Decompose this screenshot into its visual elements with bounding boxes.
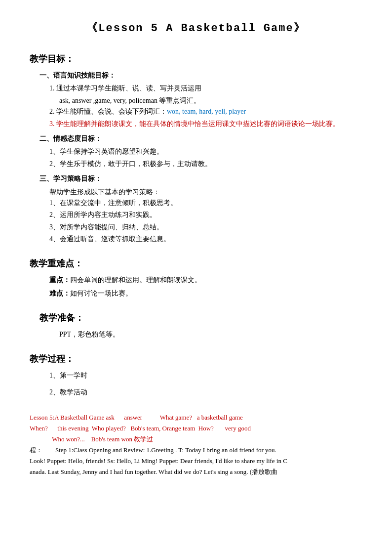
bottom-line-3: Who won?... Bob's team won 教学过 [30, 434, 362, 445]
nandian-label: 难点： [49, 290, 70, 297]
sub-heading-1: 一、语言知识技能目标： [39, 70, 362, 81]
zhongdian-label: 重点： [49, 276, 70, 284]
teaching-goals-section: 教学目标： 一、语言知识技能目标： 1. 通过本课学习学生能听、说、读、写并灵活… [30, 52, 362, 245]
bottom-line-5: Look! Puppet: Hello, friends! Ss: Hello,… [30, 456, 362, 467]
bottom-line-1: Lesson 5:A Basketball Game ask answer Wh… [30, 412, 362, 423]
teaching-goals-heading: 教学目标： [30, 52, 362, 66]
sub-heading-2: 二、情感态度目标： [39, 133, 362, 144]
sub-section-2: 二、情感态度目标： 1、学生保持学习英语的愿望和兴趣。 2、学生乐于模仿，敢于开… [30, 133, 362, 170]
goal-1-text: 通过本课学习学生能听、说、读、写并灵活运用 [56, 85, 201, 92]
goal-3-num: 3. [49, 120, 55, 128]
goal-1-num: 1. [49, 85, 55, 92]
process-item-1: 1、第一学时 [49, 370, 362, 381]
goal-item-1b: ask, answer ,game, very, policeman 等重点词汇… [59, 95, 362, 106]
bottom-line-2: When? this evening Who played? Bob's tea… [30, 423, 362, 434]
strategy-item-1: 1、在课堂交流中，注意倾听，积极思考。 [49, 198, 362, 209]
key-points-heading: 教学重难点： [30, 256, 362, 271]
bottom-section: Lesson 5:A Basketball Game ask answer Wh… [30, 412, 362, 478]
strategy-intro: 帮助学生形成以下基本的学习策略： [49, 187, 362, 198]
preparation-heading: 教学准备： [39, 311, 362, 325]
attitude-item-2: 2、学生乐于模仿，敢于开口，积极参与，主动请教。 [49, 159, 362, 170]
process-heading: 教学过程： [30, 352, 362, 366]
goal-item-2: 2. 学生能听懂、会说、会读下列词汇：won, team, hard, yell… [49, 106, 362, 117]
goal-2-text-blue: won, team, hard, yell, player [167, 108, 246, 115]
goal-item-3: 3. 学生能理解并能朗读课文，能在具体的情境中恰当运用课文中描述比赛的词语谈论一… [49, 119, 362, 129]
attitude-item-1: 1、学生保持学习英语的愿望和兴趣。 [49, 146, 362, 157]
strategy-item-4: 4、会通过听音、巡读等抓取主要信息。 [49, 234, 362, 245]
zhongdian: 重点：四会单词的理解和运用。理解和朗读课文。 [49, 275, 362, 286]
nandian: 难点：如何讨论一场比赛。 [49, 288, 362, 299]
page-title: 《Lesson 5 A Basketball Game》 [30, 20, 362, 37]
sub-heading-3: 三、学习策略目标： [39, 173, 362, 184]
process-section: 教学过程： 1、第一学时 2、教学活动 [30, 352, 362, 398]
goal-item-1: 1. 通过本课学习学生能听、说、读、写并灵活运用 [49, 83, 362, 94]
goal-3-text: 学生能理解并能朗读课文，能在具体的情境中恰当运用课文中描述比赛的词语谈论一场比赛… [56, 120, 340, 128]
sub-section-1: 一、语言知识技能目标： 1. 通过本课学习学生能听、说、读、写并灵活运用 ask… [30, 70, 362, 129]
preparation-section: 教学准备： PPT，彩色粉笔等。 [30, 311, 362, 340]
bottom-line-4: 程： Step 1:Class Opening and Review: 1.Gr… [30, 445, 362, 456]
bottom-line-6: anada. Last Sunday, Jenny and I had fun … [30, 467, 362, 477]
sub-section-3: 三、学习策略目标： 帮助学生形成以下基本的学习策略： 1、在课堂交流中，注意倾听… [30, 173, 362, 245]
goal-2-num: 2. [49, 108, 55, 115]
process-item-2: 2、教学活动 [49, 387, 362, 398]
strategy-item-2: 2、运用所学内容主动练习和实践。 [49, 210, 362, 220]
key-points-section: 教学重难点： 重点：四会单词的理解和运用。理解和朗读课文。 难点：如何讨论一场比… [30, 256, 362, 299]
zhongdian-content: 四会单词的理解和运用。理解和朗读课文。 [70, 276, 201, 284]
goal-1b-text: ask, answer ,game, very, policeman 等重点词汇… [59, 97, 200, 104]
nandian-content: 如何讨论一场比赛。 [70, 290, 132, 297]
preparation-content: PPT，彩色粉笔等。 [59, 329, 362, 340]
strategy-item-3: 3、对所学内容能提问、归纳、总结。 [49, 222, 362, 233]
goal-2-text-black: 学生能听懂、会说、会读下列词汇： [56, 108, 167, 115]
